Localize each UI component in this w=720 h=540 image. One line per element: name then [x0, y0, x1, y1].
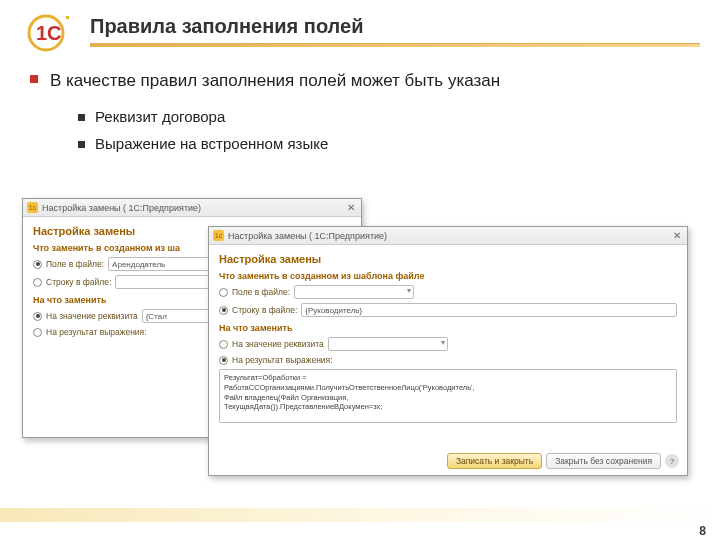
- section-replace-with: На что заменить: [219, 323, 677, 333]
- section-what-replace: Что заменить в созданном из шаблона файл…: [219, 271, 677, 281]
- radio-string-in-file[interactable]: [219, 306, 228, 315]
- dialog-heading: Настройка замены: [219, 253, 677, 265]
- radio-label: На результат выражения:: [232, 355, 333, 365]
- close-icon[interactable]: ✕: [345, 202, 357, 214]
- radio-label: Строку в файле:: [232, 305, 297, 315]
- logo-1c: 1С: [18, 10, 78, 55]
- code-line: РаботаССОрганизациями.ПолучитьОтветствен…: [224, 383, 672, 393]
- radio-field-in-file[interactable]: [33, 260, 42, 269]
- radio-field-in-file[interactable]: [219, 288, 228, 297]
- save-and-close-button[interactable]: Записать и закрыть: [447, 453, 542, 469]
- radio-attribute-value[interactable]: [219, 340, 228, 349]
- expression-textarea[interactable]: Результат=Обработки = РаботаССОрганизаци…: [219, 369, 677, 423]
- sub1-text: Реквизит договора: [95, 108, 225, 125]
- bullet-icon: [78, 141, 85, 148]
- page-number: 8: [699, 524, 706, 538]
- svg-text:1С: 1С: [36, 22, 62, 44]
- bullet-main: В качестве правил заполнения полей может…: [30, 70, 690, 92]
- app-icon: 1c: [27, 202, 38, 213]
- bullet-sub-1: Реквизит договора: [78, 108, 690, 125]
- button-bar: Записать и закрыть Закрыть без сохранени…: [447, 453, 679, 469]
- radio-label: Поле в файле:: [232, 287, 290, 297]
- radio-expression-result[interactable]: [219, 356, 228, 365]
- radio-label: Поле в файле:: [46, 259, 104, 269]
- bullet-sub-2: Выражение на встроенном языке: [78, 135, 690, 152]
- code-line: Результат=Обработки =: [224, 373, 672, 383]
- window-title: Настройка замены ( 1С:Предприятие): [42, 203, 201, 213]
- radio-attribute-value[interactable]: [33, 312, 42, 321]
- titlebar: 1c Настройка замены ( 1С:Предприятие) ✕: [23, 199, 361, 217]
- footer-gradient: [0, 508, 720, 522]
- title-underline: [90, 44, 700, 47]
- close-without-save-button[interactable]: Закрыть без сохранения: [546, 453, 661, 469]
- radio-label: Строку в файле:: [46, 277, 111, 287]
- radio-string-in-file[interactable]: [33, 278, 42, 287]
- bullet-icon: [30, 75, 38, 83]
- radio-expression-result[interactable]: [33, 328, 42, 337]
- radio-label: На значение реквизита: [232, 339, 324, 349]
- string-input[interactable]: {Руководитель}: [301, 303, 677, 317]
- bullet-icon: [78, 114, 85, 121]
- radio-label: На значение реквизита: [46, 311, 138, 321]
- titlebar: 1c Настройка замены ( 1С:Предприятие) ✕: [209, 227, 687, 245]
- svg-rect-2: [66, 16, 69, 19]
- sub2-text: Выражение на встроенном языке: [95, 135, 328, 152]
- code-line: Файл владелец(Файл Организация,: [224, 393, 672, 403]
- bullet-main-text: В качестве правил заполнения полей может…: [50, 70, 500, 92]
- slide-title: Правила заполнения полей: [90, 10, 700, 44]
- help-icon[interactable]: ?: [665, 454, 679, 468]
- field-select[interactable]: [294, 285, 414, 299]
- radio-label: На результат выражения:: [46, 327, 147, 337]
- app-icon: 1c: [213, 230, 224, 241]
- dialog-settings-2: 1c Настройка замены ( 1С:Предприятие) ✕ …: [208, 226, 688, 476]
- code-line: ТекущаяДата()).ПредставлениеВДокумен=зх;: [224, 402, 672, 412]
- attribute-select[interactable]: [328, 337, 448, 351]
- window-title: Настройка замены ( 1С:Предприятие): [228, 231, 387, 241]
- close-icon[interactable]: ✕: [671, 230, 683, 242]
